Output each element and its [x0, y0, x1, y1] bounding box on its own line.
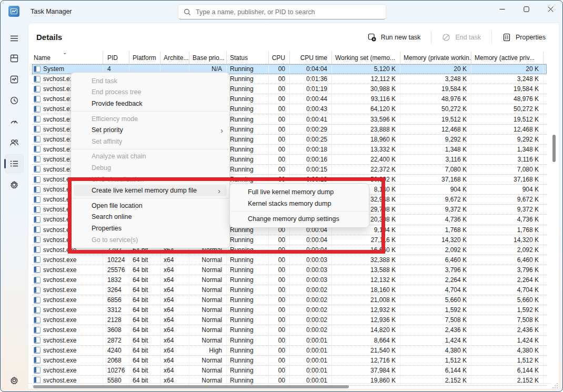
table-row[interactable]: svchost.exe287264 bitx64NormalRunning000…: [32, 336, 547, 346]
cell: 00: [269, 145, 290, 154]
menu-item-set-affinity: Set affinity: [71, 136, 229, 147]
process-icon: [34, 196, 41, 203]
column-header-cpu[interactable]: CPU: [269, 52, 290, 64]
process-icon: [34, 347, 41, 354]
cell: 0:00:02: [290, 295, 332, 305]
cell: 00: [269, 155, 290, 164]
cell: 9,372 K: [471, 205, 544, 214]
column-header-base-priority[interactable]: Base prio...: [189, 52, 227, 64]
cell: 5,120 K: [332, 64, 400, 74]
column-header-platform[interactable]: Platform: [129, 52, 160, 64]
sidebar-item-processes[interactable]: [5, 49, 24, 68]
cell: 14,820 K: [332, 325, 400, 335]
search-box[interactable]: [178, 4, 386, 19]
column-header-status[interactable]: Status: [227, 52, 269, 64]
process-icon: [34, 106, 41, 113]
process-icon: [34, 256, 41, 263]
cell: 37,168 K: [400, 175, 471, 184]
column-header-memory-private[interactable]: Memory (private workin...: [400, 52, 471, 64]
task-manager-window: Task Manager: [0, 0, 563, 392]
submenu-item-change-memory-dump-settings[interactable]: Change memory dump settings: [230, 213, 369, 225]
cell: 3312: [103, 305, 129, 315]
submenu-item-kernel-stacks-memory-dump[interactable]: Kernel stacks memory dump: [230, 198, 369, 209]
vertical-scrollbar-thumb[interactable]: [552, 135, 556, 162]
submenu-item-full-live-kernel-memory-dump[interactable]: Full live kernel memory dump: [230, 186, 369, 198]
cell: Running: [227, 315, 269, 325]
cell: 1,592 K: [471, 305, 544, 315]
sidebar-item-performance[interactable]: [5, 70, 24, 89]
close-button[interactable]: [538, 1, 562, 18]
menu-item-provide-feedback[interactable]: Provide feedback: [71, 98, 229, 109]
cell: 00: [269, 305, 290, 315]
table-row[interactable]: svchost.exe206864 bitx64NormalRunning000…: [32, 356, 547, 366]
process-icon: [34, 277, 41, 284]
sidebar-item-details[interactable]: [5, 154, 24, 173]
cell: 9,672 K: [471, 195, 544, 204]
run-new-task-button[interactable]: Run new task: [361, 30, 427, 45]
table-row[interactable]: svchost.exe424064 bitx64HighRunning000:0…: [32, 346, 547, 356]
cell: Running: [227, 94, 269, 104]
cell: 12,932 K: [332, 305, 400, 315]
cell: 13,332 K: [332, 145, 400, 154]
horizontal-scrollbar[interactable]: [28, 383, 551, 389]
column-header-pid[interactable]: PID: [103, 52, 129, 64]
cell: 16,660 K: [332, 245, 400, 255]
menu-item-search-online[interactable]: Search online: [71, 212, 229, 223]
table-row[interactable]: svchost.exe1027664 bitx64NormalRunning00…: [32, 366, 547, 376]
column-header-name[interactable]: Name ⌄: [32, 52, 103, 64]
search-input[interactable]: [196, 8, 380, 16]
table-row[interactable]: svchost.exe1022464 bitx64NormalRunning00…: [32, 255, 547, 265]
vertical-scrollbar[interactable]: [550, 52, 558, 383]
cell: 2,092 K: [471, 245, 544, 255]
window-title: Task Manager: [31, 8, 72, 15]
cell: 2068: [103, 356, 129, 365]
menu-item-create-live-kernel-memory-dump-file[interactable]: Create live kernel memory dump file›: [74, 185, 227, 196]
cell: 00: [269, 275, 290, 285]
menu-item-set-priority[interactable]: Set priority›: [71, 124, 229, 136]
cell: 0:00:02: [290, 315, 332, 325]
menu-icon[interactable]: [5, 29, 24, 48]
cell: 93,116 K: [332, 94, 400, 104]
table-row[interactable]: svchost.exe326464 bitx64NormalRunning000…: [32, 285, 547, 295]
column-header-memory-active[interactable]: Memory (active priv...: [471, 52, 544, 64]
maximize-button[interactable]: [514, 1, 538, 18]
horizontal-scrollbar-thumb[interactable]: [33, 385, 349, 388]
menu-item-open-file-location[interactable]: Open file location: [71, 200, 229, 212]
cell: 2872: [103, 336, 129, 345]
cell: 12,716 K: [332, 356, 400, 365]
table-row[interactable]: svchost.exe183264 bitx64NormalRunning000…: [32, 275, 547, 285]
minimize-button[interactable]: [490, 1, 514, 18]
cell: 4,704 K: [400, 285, 471, 295]
submenu-arrow-icon: ›: [220, 126, 223, 134]
table-row[interactable]: svchost.exe331264 bitx64NormalRunning000…: [32, 305, 547, 315]
settings-icon[interactable]: [5, 371, 24, 390]
sidebar-item-startup-apps[interactable]: [5, 112, 24, 131]
table-row[interactable]: svchost.exe212864 bitx64NormalRunning000…: [32, 315, 547, 325]
cell: svchost.exe: [32, 325, 103, 335]
properties-button[interactable]: Properties: [496, 30, 552, 45]
sidebar-item-users[interactable]: [5, 133, 24, 152]
menu-item-properties[interactable]: Properties: [71, 223, 229, 234]
cell: 20 K: [400, 64, 471, 74]
cell: 48,976 K: [400, 94, 471, 104]
sidebar-item-services[interactable]: [5, 175, 24, 194]
menu-separator: [72, 111, 228, 112]
cell: 64 bit: [129, 275, 160, 285]
cell: 00: [269, 285, 290, 295]
table-row[interactable]: svchost.exe685664 bitx64NormalRunning000…: [32, 295, 547, 305]
process-icon: [34, 317, 41, 324]
process-icon: [34, 297, 41, 304]
sidebar-item-app-history[interactable]: [5, 91, 24, 110]
table-row[interactable]: svchost.exe2557664 bitx64NormalRunning00…: [32, 265, 547, 275]
cell: 10276: [103, 366, 129, 375]
table-row[interactable]: svchost.exe360864 bitx64NormalRunning000…: [32, 325, 547, 335]
cell: 2128: [103, 315, 129, 325]
cell: 7,508 K: [471, 315, 544, 325]
cell: Running: [227, 135, 269, 144]
column-header-working-set[interactable]: Working set (memo...: [332, 52, 400, 64]
resize-grip[interactable]: [552, 383, 558, 388]
column-header-cpu-time[interactable]: CPU time: [290, 52, 332, 64]
cell: x64: [160, 325, 189, 335]
column-header-architecture[interactable]: Archite...: [160, 52, 189, 64]
cell: 10224: [103, 255, 129, 265]
